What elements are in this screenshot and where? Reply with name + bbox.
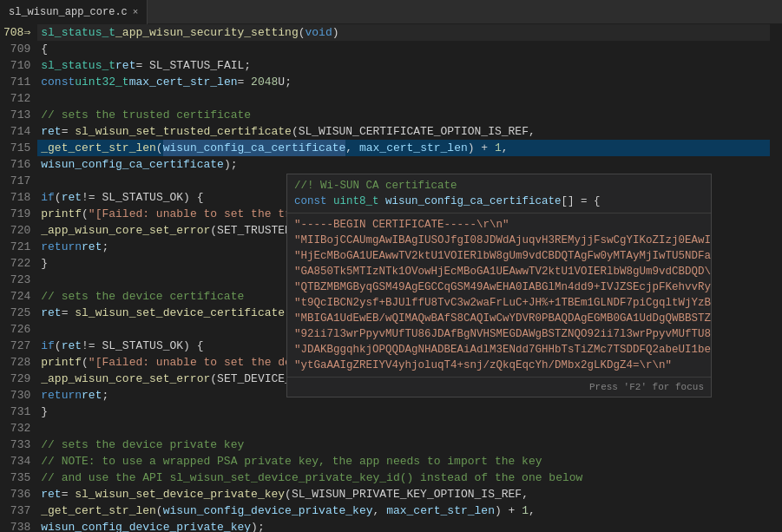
line-number: 714: [3, 123, 30, 140]
code-line: _get_cert_str_len(wisun_config_ca_certif…: [37, 140, 770, 156]
line-number: 738: [3, 519, 30, 532]
tooltip-varname: wisun_config_ca_certificate: [385, 195, 562, 207]
tab-close-button[interactable]: ×: [133, 7, 139, 17]
line-number: 727: [3, 338, 30, 354]
line-number: 715: [3, 140, 30, 156]
line-number: 711: [3, 74, 30, 90]
code-line: }: [37, 404, 770, 420]
line-number: 720: [3, 222, 30, 239]
line-number: 708⇒: [3, 24, 30, 41]
code-line: ret = sl_wisun_set_trusted_certificate(S…: [37, 123, 770, 140]
cert-line-3: "HjEcMBoGA1UEAwwTV2ktU1VOIERlbW8gUm9vdCB…: [294, 248, 704, 264]
code-line: wisun_config_ca_certificate);: [37, 156, 770, 173]
line-number: 724: [3, 288, 30, 305]
tooltip-header: //! Wi-SUN CA certificate const uint8_t …: [287, 174, 711, 213]
tooltip-type: uint8_t: [333, 195, 385, 207]
code-line: {: [37, 41, 770, 57]
line-numbers: 708⇒709710711712713714715716717718719720…: [0, 24, 37, 532]
press-f2-hint: Press 'F2' for focus: [589, 382, 704, 392]
active-tab[interactable]: sl_wisun_app_core.c ×: [0, 0, 148, 24]
editor-window: sl_wisun_app_core.c × 708⇒70971071171271…: [0, 0, 782, 532]
tab-bar: sl_wisun_app_core.c ×: [0, 0, 782, 24]
cert-line-6: "t9QcIBCN2ysf+BJUlffU8TvC3w2waFrLuC+JH%+…: [294, 295, 704, 311]
code-line: wisun_config_device_private_key);: [37, 519, 770, 532]
cert-line-2: "MIIBojCCAUmgAwIBAgIUSOJfgI08JDWdAjuqvH3…: [294, 233, 704, 248]
line-number: 721: [3, 239, 30, 255]
line-number: 716: [3, 156, 30, 173]
cert-line-7: "MBIGA1UdEwEB/wQIMAQwBAfS8CAQIwCwYDVR0PB…: [294, 311, 704, 326]
code-line: // NOTE: to use a wrapped PSA private ke…: [37, 453, 770, 470]
code-line: [37, 420, 770, 437]
cert-line-9: "JDAKBggqhkjOPQQDAgNHADBEAiAdlM3ENdd7GHH…: [294, 342, 704, 358]
code-line: // sets the device private key: [37, 437, 770, 453]
code-line: // and use the API sl_wisun_set_device_p…: [37, 470, 770, 486]
cert-line-5: "QTBZMBMGByqGSM49AgEGCCqGSM49AwEHA0IABGl…: [294, 279, 704, 295]
code-line: ret = sl_wisun_set_device_private_key(SL…: [37, 486, 770, 502]
code-line: sl_status_t _app_wisun_security_setting(…: [37, 24, 770, 41]
line-number: 728: [3, 354, 30, 371]
line-number: 732: [3, 420, 30, 437]
line-number: 729: [3, 371, 30, 387]
code-line: [37, 90, 770, 107]
tooltip-comment: //! Wi-SUN CA certificate: [294, 180, 457, 192]
tooltip-content: "-----BEGIN CERTIFICATE-----\r\n" "MIIBo…: [287, 213, 711, 377]
tooltip-popup: //! Wi-SUN CA certificate const uint8_t …: [286, 174, 712, 397]
line-number: 712: [3, 90, 30, 107]
line-number: 709: [3, 41, 30, 57]
line-number: 719: [3, 206, 30, 222]
code-line: // sets the trusted certificate: [37, 107, 770, 123]
code-line: _get_cert_str_len(wisun_config_device_pr…: [37, 502, 770, 519]
code-line: const uint32_t max_cert_str_len = 2048U;: [37, 74, 770, 90]
tooltip-const-kw: const: [294, 195, 333, 207]
line-number: 725: [3, 305, 30, 321]
line-number: 737: [3, 502, 30, 519]
line-number: 733: [3, 437, 30, 453]
tooltip-footer: Press 'F2' for focus: [287, 377, 711, 397]
line-number: 722: [3, 255, 30, 272]
code-line: sl_status_t ret = SL_STATUS_FAIL;: [37, 57, 770, 74]
cert-line-4: "GA850Tk5MTIzNTk1OVowHjEcMBoGA1UEAwwTV2k…: [294, 264, 704, 279]
cert-line-8: "92ii7l3wrPpyvMUfTU86JDAfBgNVHSMEGDAWgBS…: [294, 326, 704, 342]
line-number: 734: [3, 453, 30, 470]
line-number: 723: [3, 272, 30, 288]
tab-filename: sl_wisun_app_core.c: [9, 6, 128, 18]
line-number: 710: [3, 57, 30, 74]
line-number: 730: [3, 387, 30, 404]
cert-line-10: "ytGaAAIgZREIYV4yhjoluqT4+snj/zQkqEqcYh/…: [294, 358, 704, 373]
line-number: 735: [3, 470, 30, 486]
line-number: 731: [3, 404, 30, 420]
line-number: 713: [3, 107, 30, 123]
line-number: 718: [3, 189, 30, 206]
line-number: 717: [3, 173, 30, 189]
line-number: 726: [3, 321, 30, 338]
scrollbar[interactable]: [770, 24, 782, 532]
cert-line-1: "-----BEGIN CERTIFICATE-----\r\n": [294, 217, 704, 233]
line-number: 736: [3, 486, 30, 502]
